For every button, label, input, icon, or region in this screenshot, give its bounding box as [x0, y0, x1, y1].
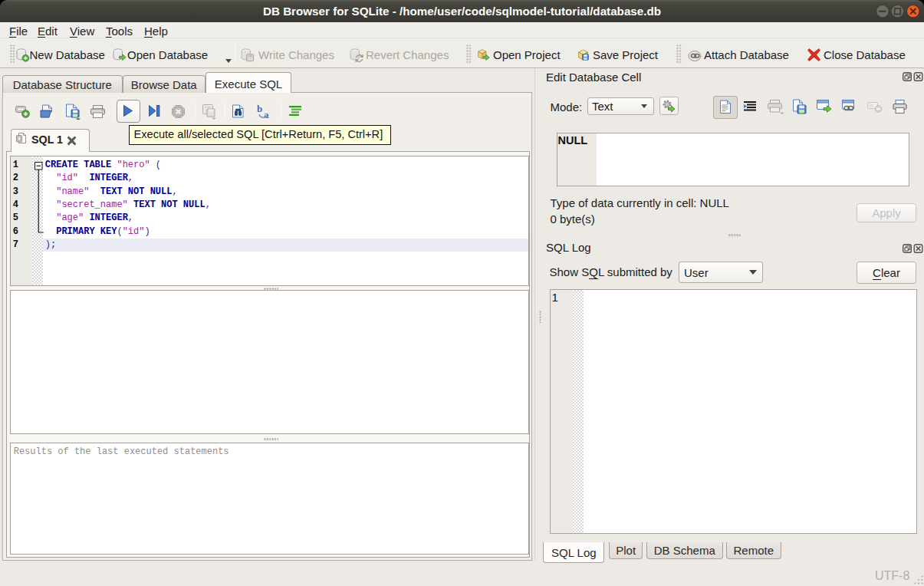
- svg-text:b: b: [257, 104, 262, 114]
